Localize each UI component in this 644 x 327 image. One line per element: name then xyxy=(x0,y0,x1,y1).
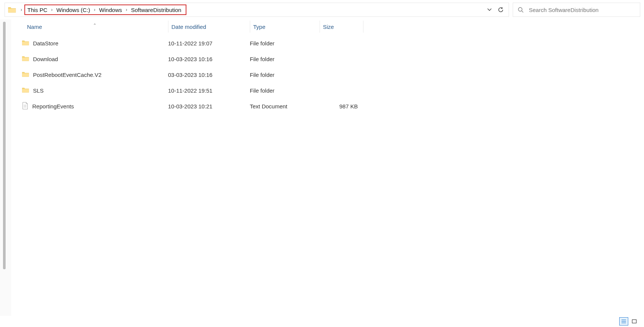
cell-date: 10-03-2023 10:21 xyxy=(168,103,250,110)
cell-date: 10-11-2022 19:51 xyxy=(168,87,250,94)
chevron-right-icon: › xyxy=(18,7,24,12)
sort-ascending-icon: ⌃ xyxy=(93,23,96,28)
file-name: PostRebootEventCache.V2 xyxy=(33,72,102,78)
column-header-name[interactable]: ⌃ Name xyxy=(22,24,168,30)
breadcrumb-item[interactable]: SoftwareDistribution xyxy=(130,7,182,13)
file-name: Download xyxy=(33,56,58,62)
search-icon xyxy=(518,7,524,13)
refresh-icon xyxy=(498,7,504,13)
cell-name: PostRebootEventCache.V2 xyxy=(22,71,168,78)
folder-icon xyxy=(22,56,29,63)
folder-icon xyxy=(8,6,16,13)
file-name: SLS xyxy=(33,87,44,94)
breadcrumb-item[interactable]: Windows (C:) xyxy=(56,7,91,13)
details-view-button[interactable] xyxy=(619,317,628,326)
svg-line-1 xyxy=(522,11,523,12)
cell-date: 10-11-2022 19:07 xyxy=(168,40,250,46)
cell-date: 03-03-2023 10:16 xyxy=(168,72,250,78)
cell-size: 987 KB xyxy=(320,103,363,110)
breadcrumb-item[interactable]: Windows xyxy=(98,7,123,13)
refresh-button[interactable] xyxy=(495,4,506,15)
file-name: ReportingEvents xyxy=(32,103,74,110)
svg-rect-8 xyxy=(632,320,636,323)
nav-sidebar xyxy=(0,20,11,316)
large-icons-view-icon xyxy=(632,319,637,324)
search-input[interactable] xyxy=(529,7,635,13)
file-icon xyxy=(22,102,29,111)
folder-icon xyxy=(22,87,29,94)
cell-name: DataStore xyxy=(22,40,168,47)
file-row[interactable]: ReportingEvents10-03-2023 10:21Text Docu… xyxy=(22,98,644,114)
chevron-right-icon: › xyxy=(92,7,98,12)
column-header-type[interactable]: Type xyxy=(250,21,320,33)
details-view-icon xyxy=(621,319,626,324)
file-rows: DataStore10-11-2022 19:07File folderDown… xyxy=(22,34,644,114)
cell-type: File folder xyxy=(250,40,320,46)
chevron-down-icon xyxy=(487,7,492,12)
column-header-label: Type xyxy=(253,24,266,30)
history-dropdown-button[interactable] xyxy=(484,4,495,15)
cell-type: File folder xyxy=(250,56,320,62)
file-row[interactable]: DataStore10-11-2022 19:07File folder xyxy=(22,35,644,51)
breadcrumb: This PC › Windows (C:) › Windows › Softw… xyxy=(24,4,186,15)
large-icons-view-button[interactable] xyxy=(630,317,639,326)
file-row[interactable]: PostRebootEventCache.V203-03-2023 10:16F… xyxy=(22,67,644,82)
cell-type: File folder xyxy=(250,87,320,94)
search-box[interactable] xyxy=(513,3,640,17)
column-header-label: Name xyxy=(27,24,42,30)
breadcrumb-item[interactable]: This PC xyxy=(27,7,48,13)
column-header-date[interactable]: Date modified xyxy=(168,21,250,33)
main-area: ⌃ Name Date modified Type Size DataStore… xyxy=(0,20,644,316)
cell-name: Download xyxy=(22,56,168,63)
column-header-label: Date modified xyxy=(171,24,206,30)
column-header-size[interactable]: Size xyxy=(320,21,363,33)
scrollbar-thumb[interactable] xyxy=(3,22,6,269)
file-row[interactable]: SLS10-11-2022 19:51File folder xyxy=(22,82,644,98)
top-bar: › This PC › Windows (C:) › Windows › Sof… xyxy=(0,0,644,20)
cell-name: SLS xyxy=(22,87,168,94)
file-name: DataStore xyxy=(33,40,59,46)
column-headers: ⌃ Name Date modified Type Size xyxy=(22,20,644,34)
file-row[interactable]: Download10-03-2023 10:16File folder xyxy=(22,51,644,67)
folder-icon xyxy=(22,71,29,78)
folder-icon xyxy=(22,40,29,47)
cell-name: ReportingEvents xyxy=(22,102,168,111)
column-header-label: Size xyxy=(323,24,334,30)
chevron-right-icon: › xyxy=(123,7,129,12)
address-bar[interactable]: › This PC › Windows (C:) › Windows › Sof… xyxy=(5,3,509,17)
file-list-pane: ⌃ Name Date modified Type Size DataStore… xyxy=(11,20,644,316)
svg-point-0 xyxy=(518,8,522,11)
view-toggle-bar xyxy=(619,317,639,326)
cell-type: File folder xyxy=(250,72,320,78)
chevron-right-icon: › xyxy=(49,7,55,12)
column-divider xyxy=(363,21,363,33)
cell-date: 10-03-2023 10:16 xyxy=(168,56,250,62)
cell-type: Text Document xyxy=(250,103,320,110)
